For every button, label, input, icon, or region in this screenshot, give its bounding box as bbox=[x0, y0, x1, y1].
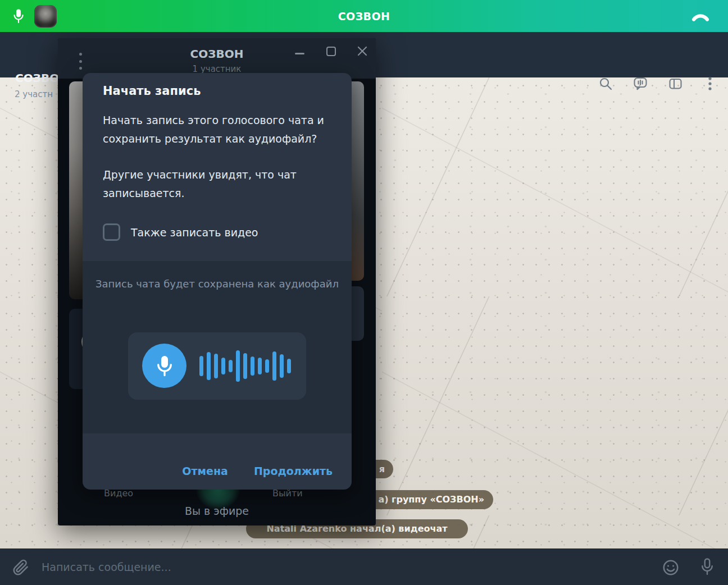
microphone-circle bbox=[142, 344, 186, 388]
telegram-app: я а) группу «СОЗВОН» Natali Azarenko нач… bbox=[0, 0, 728, 585]
message-input[interactable] bbox=[42, 556, 626, 578]
message-composer bbox=[0, 549, 728, 585]
cancel-button[interactable]: Отмена bbox=[182, 465, 228, 477]
continue-button[interactable]: Продолжить bbox=[254, 465, 333, 477]
voice-record-icon[interactable] bbox=[699, 557, 716, 577]
close-icon[interactable] bbox=[357, 45, 368, 57]
microphone-icon[interactable] bbox=[12, 7, 25, 25]
emoji-icon[interactable] bbox=[662, 559, 680, 577]
maximize-icon[interactable] bbox=[325, 45, 336, 57]
search-icon[interactable] bbox=[598, 76, 613, 92]
dialog-paragraph: Другие участники увидят, что чат записыв… bbox=[103, 166, 339, 203]
dialog-note: Запись чата будет сохранена как аудиофай… bbox=[83, 278, 352, 290]
audio-preview-card bbox=[128, 332, 306, 400]
voice-chat-icon[interactable] bbox=[633, 76, 648, 92]
record-video-checkbox-row[interactable]: Также записать видео bbox=[103, 223, 258, 241]
hangup-icon[interactable] bbox=[691, 9, 710, 24]
menu-kebab-icon[interactable] bbox=[702, 76, 718, 92]
dialog-button-section: Отмена Продолжить bbox=[83, 433, 352, 490]
start-recording-dialog: Начать запись Начать запись этого голосо… bbox=[83, 73, 352, 490]
record-video-checkbox[interactable] bbox=[103, 223, 120, 241]
attach-paperclip-icon[interactable] bbox=[11, 559, 29, 577]
caller-avatar[interactable] bbox=[34, 5, 57, 28]
record-video-checkbox-label: Также записать видео bbox=[131, 226, 258, 239]
dialog-paragraph: Начать запись этого голосового чата и со… bbox=[103, 111, 339, 148]
chat-subtitle: 2 участн bbox=[15, 89, 53, 99]
live-status-text: Вы в эфире bbox=[58, 505, 376, 517]
waveform bbox=[199, 332, 294, 400]
dialog-middle-section: Запись чата будет сохранена как аудиофай… bbox=[83, 261, 352, 433]
minimize-icon[interactable] bbox=[294, 45, 305, 57]
dialog-top-section: Начать запись Начать запись этого голосо… bbox=[83, 73, 352, 261]
active-call-bar[interactable]: СОЗВОН bbox=[0, 0, 728, 32]
call-bar-title: СОЗВОН bbox=[0, 10, 728, 22]
dialog-title: Начать запись bbox=[103, 84, 201, 98]
sidebar-toggle-icon[interactable] bbox=[667, 76, 683, 92]
